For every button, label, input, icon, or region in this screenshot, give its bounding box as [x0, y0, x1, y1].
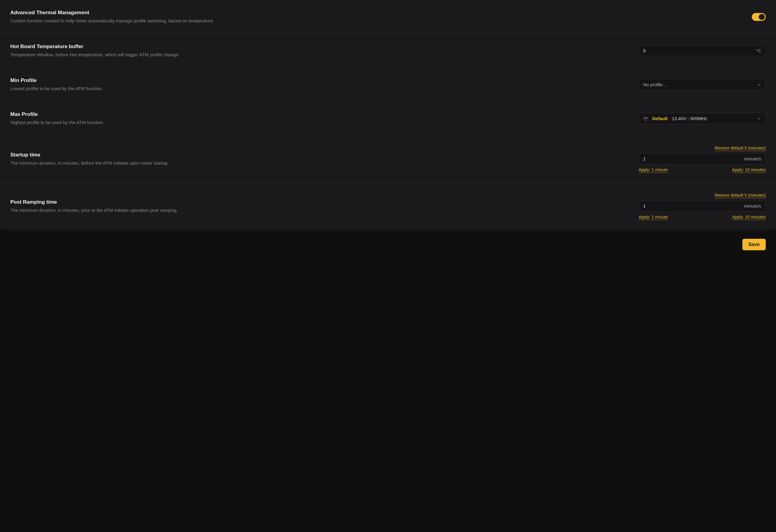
- min-profile-title: Min Profile: [10, 77, 626, 83]
- atm-desc: Custom function created to help miner au…: [10, 18, 626, 24]
- balance-scale-icon: [643, 116, 648, 121]
- atm-title: Advanced Thermal Management: [10, 10, 626, 16]
- hot-buffer-input-wrap: °C: [638, 45, 766, 56]
- save-bar: Save: [0, 239, 776, 259]
- postramp-desc: The minimum duration, in minutes, prior …: [10, 207, 626, 213]
- row-max-profile: Max Profile Highest profile to be used b…: [0, 102, 776, 135]
- row-atm-header: Advanced Thermal Management Custom funct…: [0, 0, 776, 34]
- min-profile-select[interactable]: No profile...: [638, 79, 766, 90]
- max-profile-title: Max Profile: [10, 111, 626, 118]
- hot-buffer-unit: °C: [756, 48, 761, 53]
- max-profile-desc: Highest profile to be used by the ATM fu…: [10, 119, 626, 126]
- row-startup-time: Startup time The minimum duration, in mi…: [0, 135, 776, 182]
- atm-enable-toggle[interactable]: [752, 13, 766, 21]
- postramp-title: Post Ramping time: [10, 199, 626, 205]
- startup-unit: minute/s: [744, 156, 761, 161]
- save-button[interactable]: Save: [742, 239, 766, 250]
- startup-input-wrap: minute/s: [638, 153, 766, 164]
- startup-desc: The minimum duration, in minutes, before…: [10, 160, 626, 166]
- row-min-profile: Min Profile Lowest profile to be used by…: [0, 67, 776, 102]
- postramp-input[interactable]: [643, 203, 741, 208]
- chevron-down-icon: [757, 82, 761, 87]
- toggle-knob: [759, 14, 765, 20]
- row-hot-buffer: Hot Board Temperature buffer Temperature…: [0, 34, 776, 67]
- atm-settings-panel: Advanced Thermal Management Custom funct…: [0, 0, 776, 230]
- atm-header-text: Advanced Thermal Management Custom funct…: [10, 10, 638, 24]
- postramp-apply-10min-link[interactable]: Apply: 10 minutes: [732, 214, 766, 220]
- max-profile-select[interactable]: Default 13.40V - 505MHz: [638, 113, 766, 124]
- startup-input[interactable]: [643, 156, 741, 161]
- startup-title: Startup time: [10, 152, 626, 158]
- row-post-ramping-time: Post Ramping time The minimum duration, …: [0, 182, 776, 230]
- postramp-input-wrap: minute/s: [638, 200, 766, 211]
- startup-apply-1min-link[interactable]: Apply: 1 minute: [638, 167, 668, 173]
- max-profile-spec: 13.40V - 505MHz: [672, 116, 707, 121]
- max-profile-name: Default: [652, 116, 668, 121]
- postramp-apply-1min-link[interactable]: Apply: 1 minute: [638, 214, 668, 220]
- postramp-unit: minute/s: [744, 203, 761, 208]
- min-profile-placeholder: No profile...: [643, 82, 666, 87]
- hot-buffer-title: Hot Board Temperature buffer: [10, 43, 626, 50]
- hot-buffer-input[interactable]: [643, 48, 753, 53]
- postramp-restore-link[interactable]: Restore default 5 (minutes): [715, 193, 766, 198]
- hot-buffer-desc: Temperature Window, before Hot temperatu…: [10, 51, 626, 58]
- startup-restore-link[interactable]: Restore default 5 (minutes): [715, 146, 766, 151]
- min-profile-desc: Lowest profile to be used by the ATM fun…: [10, 85, 626, 92]
- startup-apply-10min-link[interactable]: Apply: 10 minutes: [732, 167, 766, 173]
- chevron-down-icon: [757, 117, 761, 121]
- atm-toggle-cell: [638, 13, 766, 21]
